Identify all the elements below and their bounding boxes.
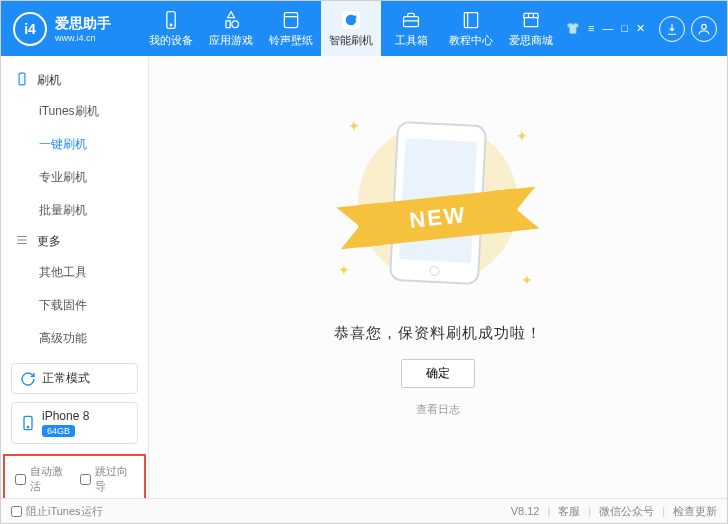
body: 刷机iTunes刷机一键刷机专业刷机批量刷机更多其他工具下载固件高级功能 正常模… xyxy=(1,56,727,498)
nav-label: 工具箱 xyxy=(395,33,428,48)
nav-device[interactable]: 我的设备 xyxy=(141,1,201,56)
support-link[interactable]: 客服 xyxy=(558,504,580,519)
app-window: i4 爱思助手 www.i4.cn 我的设备应用游戏铃声壁纸智能刷机工具箱教程中… xyxy=(0,0,728,524)
version-label: V8.12 xyxy=(511,505,540,517)
nav-book[interactable]: 教程中心 xyxy=(441,1,501,56)
statusbar-right: V8.12 | 客服 | 微信公众号 | 检查更新 xyxy=(511,504,717,519)
device-name: iPhone 8 xyxy=(42,409,89,423)
auto-activate-checkbox[interactable]: 自动激活 xyxy=(15,464,70,494)
device-icon xyxy=(161,10,181,30)
menu-icon[interactable]: ≡ xyxy=(588,22,594,35)
sidebar-section-list: iTunes刷机一键刷机专业刷机批量刷机 xyxy=(1,95,148,227)
toolbox-icon xyxy=(401,10,421,30)
close-icon[interactable]: ✕ xyxy=(636,22,645,35)
logo-area: i4 爱思助手 www.i4.cn xyxy=(1,12,141,46)
logo-icon: i4 xyxy=(13,12,47,46)
nav-label: 铃声壁纸 xyxy=(269,33,313,48)
list-icon xyxy=(15,233,29,250)
music-icon xyxy=(281,10,301,30)
svg-rect-3 xyxy=(404,16,419,26)
block-itunes-label: 阻止iTunes运行 xyxy=(26,504,103,519)
skip-guide-label: 跳过向导 xyxy=(95,464,135,494)
section-title: 更多 xyxy=(37,233,61,250)
sidebar-footer-checks: 自动激活 跳过向导 xyxy=(3,454,146,498)
nav-shop[interactable]: 爱思商城 xyxy=(501,1,561,56)
refresh-icon xyxy=(341,10,361,30)
device-info: iPhone 8 64GB xyxy=(42,409,89,437)
mode-label: 正常模式 xyxy=(42,370,90,387)
success-message: 恭喜您，保资料刷机成功啦！ xyxy=(334,324,542,343)
svg-point-5 xyxy=(702,24,707,29)
maximize-icon[interactable]: □ xyxy=(621,22,628,35)
nav-app[interactable]: 应用游戏 xyxy=(201,1,261,56)
window-controls: 👕 ≡ — □ ✕ xyxy=(566,22,645,35)
wechat-link[interactable]: 微信公众号 xyxy=(599,504,654,519)
svg-rect-2 xyxy=(284,12,297,27)
app-icon xyxy=(221,10,241,30)
svg-rect-6 xyxy=(19,73,25,85)
nav-label: 爱思商城 xyxy=(509,33,553,48)
book-icon xyxy=(461,10,481,30)
brand-url: www.i4.cn xyxy=(55,33,111,43)
sidebar-bottom: 正常模式 iPhone 8 64GB xyxy=(1,355,148,452)
success-illustration: ✦ ✦ ✦ ✦ NEW xyxy=(318,108,558,298)
shop-icon xyxy=(521,10,541,30)
device-card[interactable]: iPhone 8 64GB xyxy=(11,402,138,444)
nav-music[interactable]: 铃声壁纸 xyxy=(261,1,321,56)
svg-point-8 xyxy=(27,426,28,427)
auto-activate-label: 自动激活 xyxy=(30,464,70,494)
section-title: 刷机 xyxy=(37,72,61,89)
nav-refresh[interactable]: 智能刷机 xyxy=(321,1,381,56)
sidebar-item[interactable]: 专业刷机 xyxy=(39,161,148,194)
sidebar: 刷机iTunes刷机一键刷机专业刷机批量刷机更多其他工具下载固件高级功能 正常模… xyxy=(1,56,149,498)
svg-point-1 xyxy=(170,24,172,26)
sidebar-item[interactable]: 一键刷机 xyxy=(39,128,148,161)
nav-label: 应用游戏 xyxy=(209,33,253,48)
phone-icon xyxy=(20,415,36,431)
sidebar-item[interactable]: 下载固件 xyxy=(39,289,148,322)
user-button[interactable] xyxy=(691,16,717,42)
sidebar-item[interactable]: 批量刷机 xyxy=(39,194,148,227)
sidebar-section-header[interactable]: 更多 xyxy=(1,227,148,256)
nav-label: 智能刷机 xyxy=(329,33,373,48)
check-update-link[interactable]: 检查更新 xyxy=(673,504,717,519)
mode-card[interactable]: 正常模式 xyxy=(11,363,138,394)
download-button[interactable] xyxy=(659,16,685,42)
titlebar-right: 👕 ≡ — □ ✕ xyxy=(566,16,727,42)
view-log-link[interactable]: 查看日志 xyxy=(416,402,460,417)
titlebar: i4 爱思助手 www.i4.cn 我的设备应用游戏铃声壁纸智能刷机工具箱教程中… xyxy=(1,1,727,56)
content-area: ✦ ✦ ✦ ✦ NEW 恭喜您，保资料刷机成功啦！ 确定 查看日志 xyxy=(149,56,727,498)
statusbar: 阻止iTunes运行 V8.12 | 客服 | 微信公众号 | 检查更新 xyxy=(1,498,727,523)
minimize-icon[interactable]: — xyxy=(602,22,613,35)
logo-text: 爱思助手 www.i4.cn xyxy=(55,15,111,43)
sidebar-item[interactable]: 高级功能 xyxy=(39,322,148,355)
svg-rect-4 xyxy=(464,12,477,27)
sidebar-section-header[interactable]: 刷机 xyxy=(1,66,148,95)
block-itunes-checkbox[interactable]: 阻止iTunes运行 xyxy=(11,504,103,519)
storage-badge: 64GB xyxy=(42,425,75,437)
nav-label: 教程中心 xyxy=(449,33,493,48)
sidebar-section-list: 其他工具下载固件高级功能 xyxy=(1,256,148,355)
refresh-icon xyxy=(20,371,36,387)
brand-name: 爱思助手 xyxy=(55,15,111,33)
nav-toolbox[interactable]: 工具箱 xyxy=(381,1,441,56)
sidebar-nav: 刷机iTunes刷机一键刷机专业刷机批量刷机更多其他工具下载固件高级功能 xyxy=(1,56,148,355)
ok-button[interactable]: 确定 xyxy=(401,359,475,388)
shirt-icon[interactable]: 👕 xyxy=(566,22,580,35)
sidebar-item[interactable]: iTunes刷机 xyxy=(39,95,148,128)
skip-guide-checkbox[interactable]: 跳过向导 xyxy=(80,464,135,494)
sidebar-item[interactable]: 其他工具 xyxy=(39,256,148,289)
nav-label: 我的设备 xyxy=(149,33,193,48)
phone-outline-icon xyxy=(15,72,29,89)
top-nav: 我的设备应用游戏铃声壁纸智能刷机工具箱教程中心爱思商城 xyxy=(141,1,566,56)
